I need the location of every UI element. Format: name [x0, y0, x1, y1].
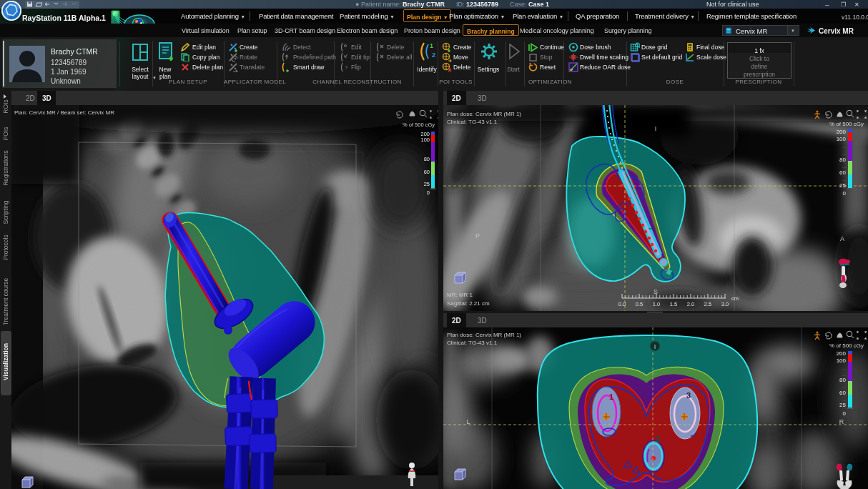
svg-text:2.0: 2.0 [687, 301, 694, 307]
svg-text:...: ... [842, 397, 846, 402]
svg-text:R: R [839, 418, 844, 425]
svg-text:60: 60 [424, 169, 430, 175]
svg-text:cm: cm [731, 295, 739, 302]
svg-text:0.0: 0.0 [618, 301, 626, 307]
svg-text:I: I [654, 343, 656, 350]
svg-text:1: 1 [430, 42, 433, 49]
svg-text:100: 100 [837, 136, 847, 142]
svg-text:% of 500 cGy: % of 500 cGy [403, 122, 435, 128]
svg-text:Treatment course: Treatment course [2, 278, 9, 326]
svg-text:0: 0 [843, 410, 847, 417]
svg-text:Clinical: TG-43 v1.1: Clinical: TG-43 v1.1 [447, 119, 498, 125]
svg-text:2: 2 [432, 51, 435, 59]
svg-text:60: 60 [839, 169, 846, 176]
svg-text:0: 0 [843, 190, 847, 197]
svg-text:% of 500 cGy: % of 500 cGy [829, 121, 864, 127]
svg-text:1.0: 1.0 [653, 301, 660, 307]
svg-text:A: A [840, 235, 844, 242]
svg-text:% of 500 cGy: % of 500 cGy [829, 342, 864, 349]
svg-text:Plan: Cervix MR / Beam set: Ce: Plan: Cervix MR / Beam set: Cervix MR [14, 109, 114, 116]
svg-text:Plan dose: Cervix MR (MR 1): Plan dose: Cervix MR (MR 1) [447, 111, 521, 117]
svg-text:...: ... [842, 177, 846, 182]
svg-text:80: 80 [839, 157, 846, 163]
svg-text:25: 25 [424, 181, 430, 187]
svg-text:25: 25 [839, 182, 846, 189]
svg-text:80: 80 [424, 156, 430, 162]
svg-text:ROIs: ROIs [2, 99, 9, 113]
svg-text:Clinical: TG-43 v1.1: Clinical: TG-43 v1.1 [447, 340, 498, 346]
svg-text:Protocols: Protocols [2, 234, 9, 260]
svg-text:100: 100 [837, 357, 847, 364]
svg-text:Sagittal: 2.21 cm: Sagittal: 2.21 cm [447, 300, 490, 307]
svg-text:3.0: 3.0 [721, 301, 729, 307]
svg-text:...: ... [842, 144, 846, 149]
svg-text:Registrations: Registrations [2, 150, 9, 186]
svg-text:...: ... [842, 385, 846, 389]
svg-text:80: 80 [839, 377, 846, 383]
svg-text:1.5: 1.5 [670, 301, 677, 307]
svg-text:...: ... [842, 372, 846, 377]
svg-text:S: S [654, 288, 658, 295]
svg-text:I: I [655, 125, 657, 132]
svg-text:0.5: 0.5 [636, 301, 643, 307]
svg-text:...: ... [842, 366, 846, 370]
svg-text:...: ... [842, 152, 846, 156]
svg-text:2: 2 [656, 435, 660, 443]
svg-text:...: ... [842, 164, 846, 169]
svg-text:0: 0 [427, 189, 430, 196]
svg-text:1: 1 [609, 392, 613, 401]
svg-text:Plan dose: Cervix MR (MR 1): Plan dose: Cervix MR (MR 1) [447, 332, 521, 338]
svg-text:25: 25 [839, 402, 846, 408]
svg-text:MR: MR 1: MR: MR 1 [447, 292, 473, 298]
svg-text:?: ? [345, 64, 348, 71]
svg-text:Scripting: Scripting [2, 200, 9, 224]
svg-text:P: P [475, 232, 480, 239]
svg-text:3: 3 [686, 391, 691, 400]
svg-text:100: 100 [420, 137, 430, 143]
svg-text:60: 60 [839, 390, 846, 396]
svg-text:2.5: 2.5 [704, 301, 711, 307]
svg-text:200: 200 [837, 350, 847, 357]
svg-text:200: 200 [837, 129, 847, 135]
svg-text:POIs: POIs [2, 127, 9, 141]
svg-text:L: L [466, 418, 470, 425]
svg-text:Visualization: Visualization [2, 343, 9, 380]
